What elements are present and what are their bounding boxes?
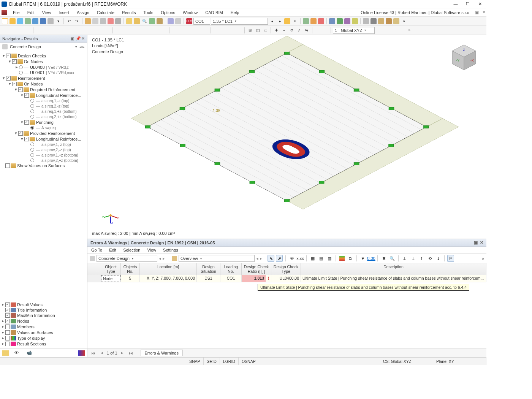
ep-x-icon[interactable]: ✖ — [380, 255, 387, 262]
tbl2-icon[interactable] — [92, 18, 99, 25]
tree-a1[interactable]: a s,req,1,-z (top) — [41, 99, 69, 103]
c2-icon[interactable] — [179, 27, 186, 34]
ln3-icon[interactable] — [130, 27, 137, 34]
zoom-icon[interactable]: 🔍 — [141, 18, 148, 25]
ep-combo-design[interactable]: Concrete Design▾ — [97, 255, 157, 262]
clr1-icon[interactable] — [314, 27, 321, 34]
sel3-icon[interactable] — [51, 27, 57, 34]
mesh-icon[interactable] — [156, 18, 163, 25]
ep-menu-view[interactable]: View — [147, 248, 156, 252]
menu-view[interactable]: View — [38, 9, 55, 16]
p4-icon[interactable] — [352, 18, 358, 25]
menu-file[interactable]: File — [9, 9, 24, 16]
grid-icon[interactable] — [213, 27, 220, 34]
menu-assign[interactable]: Assign — [73, 9, 93, 16]
c1-icon[interactable] — [171, 27, 178, 34]
ep-pick-icon[interactable]: ⬉ — [268, 255, 274, 262]
pg-next-icon[interactable]: ▸ — [120, 350, 125, 355]
tree-req-reinf[interactable]: Required Reinforcement — [30, 87, 75, 92]
anim-icon[interactable] — [115, 18, 122, 25]
ep-combo-overview[interactable]: Overview▾ — [179, 255, 255, 262]
col-loading-no[interactable]: Loading No. — [220, 263, 242, 275]
tree-b4[interactable]: a s,prov,2,+z (bottom) — [41, 158, 78, 163]
lower-maxmin[interactable]: Max/Min Information — [17, 313, 55, 318]
ep-close-icon[interactable]: ✕ — [480, 240, 483, 245]
tn4-icon[interactable] — [24, 27, 31, 34]
mdi-restore-icon[interactable]: ▣ — [474, 10, 480, 15]
errors-table[interactable]: Object Type Objects No. Location [m] Des… — [87, 263, 486, 348]
tree-b2[interactable]: a s,prov,2,-z (top) — [41, 148, 71, 152]
tree-ul0401[interactable]: UL0401 | VEd / VRd,max — [30, 70, 74, 75]
tbl3-icon[interactable] — [100, 18, 106, 25]
col-location[interactable]: Location [m] — [140, 263, 197, 275]
col-description[interactable]: Description — [301, 263, 486, 275]
c5-icon[interactable] — [202, 27, 209, 34]
grid3-icon[interactable] — [228, 27, 235, 34]
wire-icon[interactable] — [363, 18, 369, 25]
layers-icon[interactable] — [149, 18, 155, 25]
cs4-icon[interactable] — [398, 27, 405, 34]
minimize-button[interactable]: — — [453, 2, 458, 6]
tree-show-values[interactable]: Show Values on Surfaces — [17, 163, 65, 168]
tn2-icon[interactable] — [9, 27, 16, 34]
redo-icon[interactable]: ↷ — [73, 18, 80, 25]
ep-menu-settings[interactable]: Settings — [163, 248, 178, 252]
r2-icon[interactable] — [310, 18, 317, 25]
sel4-icon[interactable] — [58, 27, 65, 34]
tbl1-icon[interactable] — [84, 18, 91, 25]
menu-edit[interactable]: Edit — [24, 9, 38, 16]
cs3-icon[interactable] — [391, 27, 397, 34]
col-design-situation[interactable]: Design Situation — [197, 263, 220, 275]
save-icon[interactable] — [17, 18, 24, 25]
pg-last-icon[interactable]: ⏭ — [127, 351, 135, 355]
refresh-icon[interactable] — [24, 18, 31, 25]
ep-more-icon[interactable]: » — [482, 256, 484, 261]
lower-nodes[interactable]: Nodes — [17, 319, 29, 323]
view-cube[interactable]: -X -Y Z — [449, 43, 479, 72]
tool1-icon[interactable]: ⊞ — [247, 27, 253, 34]
ep-next2-icon[interactable]: ▸ — [260, 256, 262, 261]
next-lc-icon[interactable]: ▸ — [276, 18, 283, 25]
ln5-icon[interactable] — [145, 27, 152, 34]
tree-a2[interactable]: a s,req,2,-z (top) — [41, 104, 69, 108]
nav-pin-icon[interactable]: 📌 — [76, 36, 79, 41]
lower-result-sections[interactable]: Result Sections — [17, 342, 46, 346]
cs2-icon[interactable] — [383, 27, 390, 34]
tree-b3[interactable]: a s,prov,1,+z (bottom) — [41, 153, 78, 157]
grid4-icon[interactable] — [236, 27, 242, 34]
ep-t1-icon[interactable]: ⊥ — [401, 255, 408, 262]
sel8-icon[interactable] — [89, 27, 95, 34]
load-lc-combo[interactable]: 1.35 * LC1▾ — [211, 18, 268, 25]
ep-g1-icon[interactable]: ▦ — [309, 255, 316, 262]
ep-prev2-icon[interactable]: ◂ — [256, 256, 258, 261]
print-icon[interactable] — [47, 18, 54, 25]
mdi-close-icon[interactable]: ✕ — [481, 10, 486, 15]
tree-prov-reinf[interactable]: Provided Reinforcement — [30, 131, 75, 136]
nav-prev-icon[interactable]: ◂ — [79, 44, 82, 49]
tree-on-nodes-1[interactable]: On Nodes — [24, 59, 43, 64]
mir-icon[interactable]: ⇋ — [303, 27, 310, 34]
menu-cadbim[interactable]: CAD-BIM — [201, 9, 226, 16]
ep-t3-icon[interactable]: ⤒ — [418, 255, 425, 262]
tool3-icon[interactable]: ▭ — [262, 27, 269, 34]
navigator-selector[interactable]: Concrete Design ▾ ◂▸ — [0, 43, 87, 51]
tree-ul0400[interactable]: UL0400 | VEd / VRd,c — [30, 65, 69, 70]
errors-tab[interactable]: Errors & Warnings — [141, 350, 183, 356]
ep-colorbar-icon[interactable] — [339, 255, 345, 262]
col-objects-no[interactable]: Objects No. — [121, 263, 140, 275]
col-object-type[interactable]: Object Type — [101, 263, 121, 275]
ep-num-icon[interactable]: 0,00 — [368, 255, 375, 262]
sel9-icon[interactable] — [96, 27, 103, 34]
move-icon[interactable]: ↔ — [280, 27, 287, 34]
sel10-icon[interactable] — [104, 27, 111, 34]
tree-punching[interactable]: Punching — [36, 120, 54, 125]
ln4-icon[interactable] — [138, 27, 144, 34]
ep-prev1-icon[interactable]: ◂ — [159, 256, 161, 261]
sel5-icon[interactable] — [66, 27, 73, 34]
tree-aswreq[interactable]: A sw,req — [41, 126, 56, 130]
ep-flag-icon[interactable]: 🏳 — [447, 255, 454, 262]
box3-icon[interactable] — [393, 18, 400, 25]
menu-tools[interactable]: Tools — [139, 9, 157, 16]
drop1-icon[interactable]: ▾ — [55, 18, 62, 25]
ep-t2-icon[interactable]: ⟂ — [410, 255, 416, 262]
